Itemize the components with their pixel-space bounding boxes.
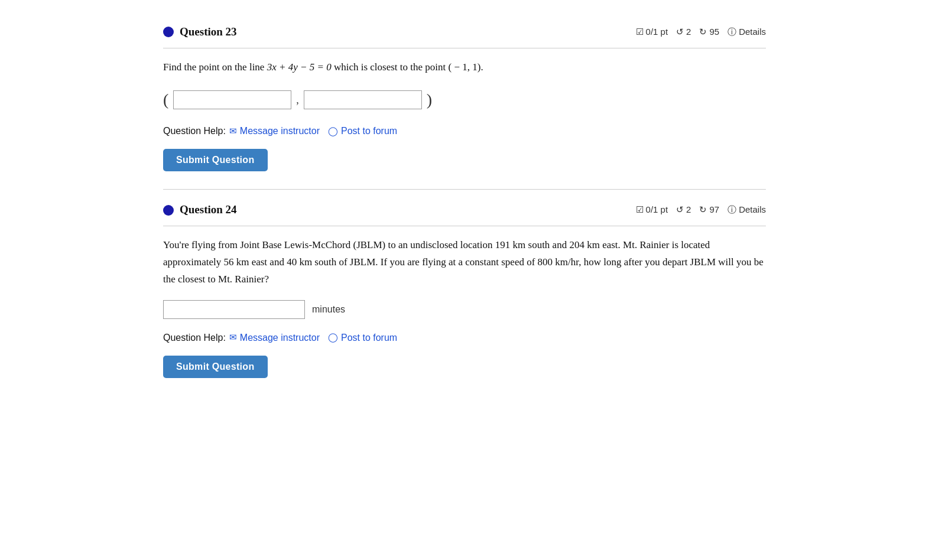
question-24-title: Question 24	[163, 201, 237, 219]
question-24-submit-button[interactable]: Submit Question	[163, 356, 268, 378]
question-24-attempts: 2	[686, 203, 691, 217]
question-23-message-instructor[interactable]: ✉ Message instructor	[229, 124, 320, 138]
question-24-score: 0/1 pt	[646, 203, 668, 217]
envelope-icon: ✉	[229, 125, 237, 138]
question-23-label: Question 23	[180, 24, 237, 41]
question-24-score-item: ☑ 0/1 pt	[636, 203, 668, 217]
question-23-math: 3x + 4y − 5 = 0	[267, 61, 332, 73]
question-23-post-to-forum[interactable]: ◯ Post to forum	[328, 124, 397, 138]
question-23-header: Question 23 ☑ 0/1 pt ↺ 2 ↻ 95 ⓘ Details	[163, 24, 766, 48]
info-icon-2: ⓘ	[727, 203, 736, 217]
question-24-bullet	[163, 205, 174, 216]
clock-icon-2: ↺	[676, 203, 684, 217]
question-23-score-item: ☑ 0/1 pt	[636, 25, 668, 39]
question-23-title: Question 23	[163, 24, 237, 41]
question-23-forum-label: Post to forum	[341, 124, 397, 138]
question-24-submit-label: Submit Question	[176, 362, 255, 372]
question-23-score: 0/1 pt	[646, 25, 668, 39]
question-23-bullet	[163, 27, 174, 37]
question-24-body: You're flying from Joint Base Lewis-McCh…	[163, 237, 766, 288]
question-24-label: Question 24	[180, 201, 237, 219]
question-24-meta: ☑ 0/1 pt ↺ 2 ↻ 97 ⓘ Details	[636, 203, 766, 217]
question-23-help-label: Question Help:	[163, 124, 226, 138]
question-24-block: Question 24 ☑ 0/1 pt ↺ 2 ↻ 97 ⓘ Details	[163, 190, 766, 395]
question-24-message-label: Message instructor	[240, 331, 320, 345]
envelope-icon-2: ✉	[229, 331, 237, 344]
question-23-prompt: Find the point on the line 3x + 4y − 5 =…	[163, 59, 766, 76]
question-23-input-y[interactable]	[304, 90, 422, 109]
question-23-submissions-item: ↻ 95	[699, 25, 719, 39]
question-24-message-instructor[interactable]: ✉ Message instructor	[229, 331, 320, 345]
question-23-submit-button[interactable]: Submit Question	[163, 149, 268, 171]
question-24-forum-label: Post to forum	[341, 331, 397, 345]
question-24-post-to-forum[interactable]: ◯ Post to forum	[328, 331, 397, 345]
question-24-attempts-item: ↺ 2	[676, 203, 691, 217]
question-23-attempts-item: ↺ 2	[676, 25, 691, 39]
close-paren: )	[427, 87, 432, 112]
question-24-prompt: You're flying from Joint Base Lewis-McCh…	[163, 237, 766, 288]
question-23-meta: ☑ 0/1 pt ↺ 2 ↻ 95 ⓘ Details	[636, 25, 766, 39]
speech-bubble-icon: ◯	[328, 125, 338, 138]
refresh-icon: ↻	[699, 25, 707, 39]
question-24-details-item: ⓘ Details	[727, 203, 766, 217]
question-24-help: Question Help: ✉ Message instructor ◯ Po…	[163, 331, 766, 345]
question-23-attempts: 2	[686, 25, 691, 39]
comma-separator: ,	[296, 92, 299, 108]
question-23-block: Question 23 ☑ 0/1 pt ↺ 2 ↻ 95 ⓘ Details	[163, 12, 766, 190]
speech-bubble-icon-2: ◯	[328, 331, 338, 344]
clock-icon: ↺	[676, 25, 684, 39]
question-23-answer-row: ( , )	[163, 87, 766, 112]
question-24-submissions: 97	[709, 203, 719, 217]
question-24-header: Question 24 ☑ 0/1 pt ↺ 2 ↻ 97 ⓘ Details	[163, 201, 766, 226]
question-24-input[interactable]	[163, 300, 305, 319]
open-paren: (	[163, 87, 168, 112]
check-icon-2: ☑	[636, 203, 644, 217]
question-23-message-label: Message instructor	[240, 124, 320, 138]
question-24-details-link[interactable]: Details	[739, 203, 766, 217]
info-icon: ⓘ	[727, 25, 736, 39]
question-24-help-label: Question Help:	[163, 331, 226, 345]
check-icon: ☑	[636, 25, 644, 39]
question-23-details-item: ⓘ Details	[727, 25, 766, 39]
question-23-submit-label: Submit Question	[176, 155, 255, 165]
question-24-answer-row: minutes	[163, 300, 766, 319]
question-23-input-x[interactable]	[173, 90, 291, 109]
page-container: Question 23 ☑ 0/1 pt ↺ 2 ↻ 95 ⓘ Details	[139, 0, 790, 408]
question-23-body: Find the point on the line 3x + 4y − 5 =…	[163, 59, 766, 76]
refresh-icon-2: ↻	[699, 203, 707, 217]
question-23-details-link[interactable]: Details	[739, 25, 766, 39]
question-24-units: minutes	[312, 302, 345, 317]
question-24-submissions-item: ↻ 97	[699, 203, 719, 217]
question-23-submissions: 95	[709, 25, 719, 39]
question-23-help: Question Help: ✉ Message instructor ◯ Po…	[163, 124, 766, 138]
